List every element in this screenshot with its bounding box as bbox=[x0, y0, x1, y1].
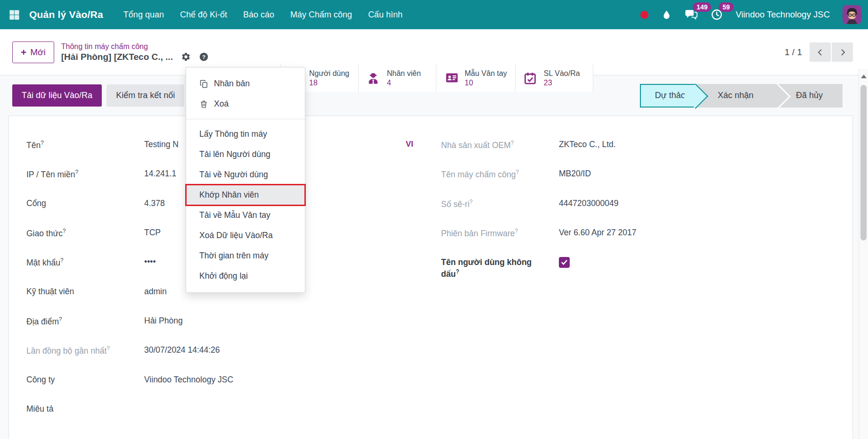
stat-button[interactable]: Mẫu Vân tay10 bbox=[436, 64, 516, 92]
stat-button[interactable]: Nhân viên4 bbox=[359, 64, 436, 92]
field-label: Tên người dùng không dấu? bbox=[441, 257, 559, 280]
nav-item[interactable]: Báo cáo bbox=[235, 0, 282, 29]
gear-icon[interactable] bbox=[181, 52, 191, 62]
field-value-text: Hải Phòng bbox=[144, 315, 183, 327]
field-row: Tên người dùng không dấu? bbox=[441, 257, 852, 280]
help-marker: ? bbox=[511, 140, 514, 146]
avatar[interactable] bbox=[843, 5, 861, 24]
menu-item[interactable]: Nhân bản bbox=[186, 74, 305, 94]
menu-item[interactable]: Thời gian trên máy bbox=[186, 246, 305, 266]
messages-icon[interactable]: 149 bbox=[685, 8, 698, 21]
field-row: Lần đồng bộ gần nhất?30/07/2024 14:44:26 bbox=[26, 345, 419, 356]
field-label: Công ty bbox=[26, 374, 144, 386]
help-marker: ? bbox=[456, 268, 459, 275]
field-value-text: Viindoo Technology JSC bbox=[144, 374, 233, 386]
stat-label: Nhân viên bbox=[387, 69, 421, 78]
menu-item[interactable]: Xoá bbox=[186, 94, 305, 114]
breadcrumb-current: [Hải Phòng] [ZKTeco C., ... bbox=[61, 52, 173, 62]
new-button-label: Mới bbox=[30, 47, 46, 58]
breadcrumb-parent[interactable]: Thông tin máy chấm công bbox=[61, 42, 209, 51]
statusbar: Dự thảoXác nhậnĐã hủy bbox=[640, 84, 843, 108]
help-marker: ? bbox=[63, 228, 66, 234]
field-value[interactable]: ZKTeco C., Ltd. bbox=[559, 139, 852, 150]
field-checkbox[interactable] bbox=[559, 257, 570, 268]
menu-item[interactable]: Khởi động lại bbox=[186, 266, 305, 286]
calendar-check-icon bbox=[524, 71, 539, 85]
new-button[interactable]: + Mới bbox=[12, 41, 54, 63]
app-name[interactable]: Quản lý Vào/Ra bbox=[29, 9, 103, 20]
help-marker: ? bbox=[106, 345, 110, 352]
topnav-right: 149 59 Viindoo Technology JSC bbox=[640, 5, 868, 24]
field-row: Số sê-ri?4447203000049 bbox=[441, 198, 852, 210]
vertical-scrollbar[interactable] bbox=[859, 69, 868, 439]
status-step[interactable]: Dự thảo bbox=[640, 84, 696, 108]
field-label: Giao thức? bbox=[26, 227, 144, 239]
topnav-menu: Tổng quanChế độ Ki-ốtBáo cáoMáy Chấm côn… bbox=[115, 0, 410, 29]
stat-value: 23 bbox=[544, 78, 580, 88]
field-label: Nhà sản xuất OEM? bbox=[441, 139, 559, 151]
menu-item-label: Xoá bbox=[214, 99, 229, 109]
help-marker: ? bbox=[75, 169, 78, 175]
field-row: Miêu tả bbox=[26, 404, 419, 415]
gear-dropdown-menu: Nhân bảnXoáLấy Thông tin máyTải lên Ngườ… bbox=[186, 67, 305, 293]
field-label: Mật khẩu? bbox=[26, 257, 144, 268]
activities-icon[interactable]: 59 bbox=[711, 8, 723, 21]
menu-item[interactable]: Xoá Dữ liệu Vào/Ra bbox=[186, 225, 305, 246]
field-label: Lần đồng bộ gần nhất? bbox=[26, 345, 144, 356]
field-value[interactable]: Hải Phòng bbox=[144, 315, 419, 327]
help-marker: ? bbox=[469, 199, 473, 205]
field-value-text: Testing N bbox=[144, 139, 179, 150]
nav-item[interactable]: Chế độ Ki-ốt bbox=[172, 0, 235, 29]
menu-item[interactable]: Lấy Thông tin máy bbox=[186, 124, 305, 144]
stat-label: Mẫu Vân tay bbox=[465, 69, 507, 78]
pager-count: 1 / 1 bbox=[785, 47, 802, 58]
test-connection-button[interactable]: Kiểm tra kết nối bbox=[106, 84, 184, 107]
field-label: Tên máy chấm công? bbox=[441, 168, 559, 180]
user-menu[interactable]: Viindoo Technology JSC bbox=[736, 9, 830, 20]
field-value-text: •••• bbox=[144, 257, 156, 268]
field-label: Số sê-ri? bbox=[441, 198, 559, 210]
language-tag[interactable]: VI bbox=[406, 139, 413, 150]
field-value[interactable]: 4447203000049 bbox=[559, 198, 852, 209]
field-row: Công tyViindoo Technology JSC bbox=[26, 374, 419, 386]
field-label: Miêu tả bbox=[26, 404, 144, 415]
nav-item[interactable]: Máy Chấm công bbox=[282, 0, 360, 29]
menu-item-label: Tải lên Người dùng bbox=[199, 149, 270, 159]
scrollbar-thumb[interactable] bbox=[860, 85, 867, 240]
nav-item[interactable]: Cấu hình bbox=[360, 0, 410, 29]
menu-item-label: Khớp Nhân viên bbox=[199, 190, 259, 200]
svg-text:?: ? bbox=[202, 54, 205, 60]
field-value[interactable]: 30/07/2024 14:44:26 bbox=[144, 345, 419, 356]
stat-value: 10 bbox=[465, 78, 507, 88]
field-row: Phiên bản Firmware?Ver 6.60 Apr 27 2017 bbox=[441, 227, 852, 239]
help-marker: ? bbox=[41, 140, 44, 146]
status-step[interactable]: Đã hủy bbox=[777, 84, 843, 108]
field-value[interactable]: Viindoo Technology JSC bbox=[144, 374, 419, 386]
menu-item[interactable]: Tải lên Người dùng bbox=[186, 144, 305, 165]
stat-button[interactable]: SL Vào/Ra23 bbox=[516, 64, 593, 92]
field-value-text: Ver 6.60 Apr 27 2017 bbox=[559, 227, 636, 239]
menu-item-label: Khởi động lại bbox=[199, 271, 248, 281]
field-value-text: 14.241.1 bbox=[144, 168, 176, 180]
breadcrumb: Thông tin máy chấm công [Hải Phòng] [ZKT… bbox=[61, 42, 209, 62]
menu-separator bbox=[186, 119, 305, 119]
record-indicator-icon[interactable] bbox=[640, 11, 648, 19]
menu-item-label: Xoá Dữ liệu Vào/Ra bbox=[199, 231, 273, 240]
pager-previous-button[interactable] bbox=[810, 42, 831, 62]
field-value-text: TCP bbox=[144, 227, 161, 239]
water-drop-icon[interactable] bbox=[661, 9, 672, 20]
menu-item[interactable]: Tải về Mẫu Vân tay bbox=[186, 205, 305, 225]
scrollbar-up-arrow[interactable] bbox=[861, 75, 867, 78]
menu-item[interactable]: Tải về Người dùng bbox=[186, 165, 305, 185]
field-value[interactable]: Ver 6.60 Apr 27 2017 bbox=[559, 227, 852, 239]
nav-item[interactable]: Tổng quan bbox=[115, 0, 172, 29]
form-sheet: Tên?Testing NVIIP / Tên miền?14.241.1Cổn… bbox=[8, 116, 853, 439]
download-inout-data-button[interactable]: Tải dữ liệu Vào/Ra bbox=[12, 84, 102, 107]
pager-next-button[interactable] bbox=[832, 42, 853, 62]
help-icon[interactable]: ? bbox=[199, 52, 209, 62]
field-label: Cổng bbox=[26, 198, 144, 209]
menu-item[interactable]: Khớp Nhân viên bbox=[186, 185, 305, 205]
field-value[interactable]: MB20/ID bbox=[559, 168, 852, 180]
menu-item-label: Tải về Người dùng bbox=[199, 170, 268, 180]
apps-menu-icon[interactable] bbox=[8, 8, 21, 21]
